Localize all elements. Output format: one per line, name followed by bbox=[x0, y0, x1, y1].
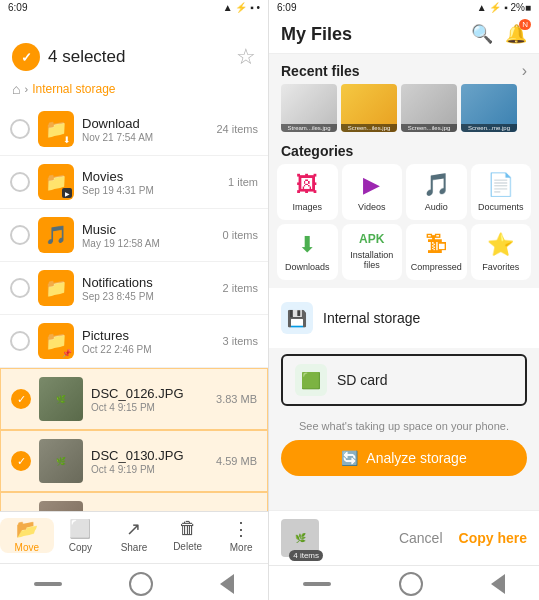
folder-info-download: Download Nov 21 7:54 AM bbox=[82, 116, 208, 143]
analyze-storage-button[interactable]: 🔄 Analyze storage bbox=[281, 440, 527, 476]
video-badge-icon: ▶ bbox=[62, 188, 72, 198]
right-nav-menu-icon[interactable] bbox=[303, 582, 331, 586]
category-videos[interactable]: ▶ Videos bbox=[342, 164, 403, 220]
nav-back-icon[interactable] bbox=[220, 574, 234, 594]
videos-icon: ▶ bbox=[363, 172, 380, 198]
nav-home-icon[interactable] bbox=[129, 572, 153, 596]
analyze-storage-label: Analyze storage bbox=[366, 450, 466, 466]
check-movies[interactable] bbox=[10, 172, 30, 192]
check-dsc0130[interactable]: ✓ bbox=[11, 451, 31, 471]
folder-meta-pictures: Oct 22 2:46 PM bbox=[82, 344, 215, 355]
copy-button[interactable]: ⬜ Copy bbox=[54, 518, 108, 553]
star-icon[interactable]: ☆ bbox=[236, 44, 256, 70]
copy-here-button[interactable]: Copy here bbox=[459, 530, 527, 546]
audio-label: Audio bbox=[425, 202, 448, 212]
pin-icon: 📌 bbox=[62, 349, 72, 358]
delete-icon: 🗑 bbox=[179, 518, 197, 539]
recent-thumb-1[interactable]: Stream...iles.jpg bbox=[281, 84, 337, 132]
folder-item-pictures[interactable]: 📁📌 Pictures Oct 22 2:46 PM 3 items bbox=[0, 315, 268, 368]
photo-item-dsc0130[interactable]: ✓ 🌿 DSC_0130.JPG Oct 4 9:19 PM 4.59 MB bbox=[0, 430, 268, 492]
right-header-icons: 🔍 🔔 N bbox=[471, 23, 527, 45]
folder-count-pictures: 3 items bbox=[223, 335, 258, 347]
right-content: Recent files › Stream...iles.jpg Screen.… bbox=[269, 54, 539, 510]
recent-thumb-2[interactable]: Screen...iles.jpg bbox=[341, 84, 397, 132]
category-installation-files[interactable]: APK Installation files bbox=[342, 224, 403, 280]
check-dsc0126[interactable]: ✓ bbox=[11, 389, 31, 409]
left-status-icons: ▲ ⚡ ▪ • bbox=[223, 2, 260, 13]
copy-icon: ⬜ bbox=[69, 518, 91, 540]
photo-name-dsc0126: DSC_0126.JPG bbox=[91, 386, 208, 401]
selected-count-row: ✓ 4 selected bbox=[12, 43, 126, 71]
breadcrumb-chevron: › bbox=[24, 83, 28, 95]
check-notifications[interactable] bbox=[10, 278, 30, 298]
photo-item-dsc0126[interactable]: ✓ 🌿 DSC_0126.JPG Oct 4 9:15 PM 3.83 MB bbox=[0, 368, 268, 430]
nav-menu-icon[interactable] bbox=[34, 582, 62, 586]
category-compressed[interactable]: 🗜 Compressed bbox=[406, 224, 467, 280]
right-nav-back-icon[interactable] bbox=[491, 574, 505, 594]
folder-count-movies: 1 item bbox=[228, 176, 258, 188]
left-status-bar: 6:09 ▲ ⚡ ▪ • bbox=[0, 0, 268, 15]
photo-name-dsc0130: DSC_0130.JPG bbox=[91, 448, 208, 463]
folder-icon-pictures: 📁📌 bbox=[38, 323, 74, 359]
sd-card-label: SD card bbox=[337, 372, 388, 388]
folder-info-pictures: Pictures Oct 22 2:46 PM bbox=[82, 328, 215, 355]
folder-icon-movies: 📁▶ bbox=[38, 164, 74, 200]
folder-item-download[interactable]: 📁⬇ Download Nov 21 7:54 AM 24 items bbox=[0, 103, 268, 156]
check-music[interactable] bbox=[10, 225, 30, 245]
category-audio[interactable]: 🎵 Audio bbox=[406, 164, 467, 220]
internal-storage-item[interactable]: 💾 Internal storage bbox=[281, 296, 527, 340]
photo-item-dsc0131[interactable]: ✓ 🌿 DSC_0131.JPG Oct 4 9:19 PM 4.55 MB bbox=[0, 492, 268, 511]
analyze-hint: See what's taking up space on your phone… bbox=[269, 412, 539, 436]
share-icon: ↗ bbox=[126, 518, 141, 540]
select-all-button[interactable]: ✓ bbox=[12, 43, 40, 71]
photo-info-dsc0130: DSC_0130.JPG Oct 4 9:19 PM bbox=[91, 448, 208, 475]
recent-thumb-4[interactable]: Screen...me.jpg bbox=[461, 84, 517, 132]
folder-item-notifications[interactable]: 📁 Notifications Sep 23 8:45 PM 2 items bbox=[0, 262, 268, 315]
share-button[interactable]: ↗ Share bbox=[107, 518, 161, 553]
right-header: My Files 🔍 🔔 N bbox=[269, 15, 539, 54]
move-button[interactable]: 📂 Move bbox=[0, 518, 54, 553]
category-images[interactable]: 🖼 Images bbox=[277, 164, 338, 220]
right-title: My Files bbox=[281, 24, 352, 45]
folder-count-notifications: 2 items bbox=[223, 282, 258, 294]
apk-icon: APK bbox=[359, 232, 384, 246]
folder-count-music: 0 items bbox=[223, 229, 258, 241]
photo-size-dsc0126: 3.83 MB bbox=[216, 393, 257, 405]
category-favorites[interactable]: ⭐ Favorites bbox=[471, 224, 532, 280]
right-time: 6:09 bbox=[277, 2, 296, 13]
favorites-icon: ⭐ bbox=[487, 232, 514, 258]
delete-button[interactable]: 🗑 Delete bbox=[161, 518, 215, 553]
recent-files-chevron[interactable]: › bbox=[522, 62, 527, 80]
home-icon[interactable]: ⌂ bbox=[12, 81, 20, 97]
more-button[interactable]: ⋮ More bbox=[214, 518, 268, 553]
search-icon[interactable]: 🔍 bbox=[471, 23, 493, 45]
right-panel: 6:09 ▲ ⚡ ▪ 2%■ My Files 🔍 🔔 N Recent fil… bbox=[269, 0, 539, 600]
sd-card-icon: 🟩 bbox=[295, 364, 327, 396]
photo-meta-dsc0130: Oct 4 9:19 PM bbox=[91, 464, 208, 475]
documents-label: Documents bbox=[478, 202, 524, 212]
folder-item-music[interactable]: 🎵 Music May 19 12:58 AM 0 items bbox=[0, 209, 268, 262]
images-icon: 🖼 bbox=[296, 172, 318, 198]
cancel-button[interactable]: Cancel bbox=[399, 530, 443, 546]
check-pictures[interactable] bbox=[10, 331, 30, 351]
right-nav-home-icon[interactable] bbox=[399, 572, 423, 596]
folder-item-movies[interactable]: 📁▶ Movies Sep 19 4:31 PM 1 item bbox=[0, 156, 268, 209]
more-icon: ⋮ bbox=[232, 518, 250, 540]
recent-thumb-3[interactable]: Screen...iles.jpg bbox=[401, 84, 457, 132]
recent-label-3: Screen...iles.jpg bbox=[401, 124, 457, 132]
right-bottom-nav bbox=[269, 565, 539, 600]
breadcrumb-storage[interactable]: Internal storage bbox=[32, 82, 115, 96]
left-header: ✓ 4 selected ☆ bbox=[0, 33, 268, 77]
category-downloads[interactable]: ⬇ Downloads bbox=[277, 224, 338, 280]
folder-name-music: Music bbox=[82, 222, 215, 237]
category-documents[interactable]: 📄 Documents bbox=[471, 164, 532, 220]
notifications-icon[interactable]: 🔔 N bbox=[505, 23, 527, 45]
check-download[interactable] bbox=[10, 119, 30, 139]
videos-label: Videos bbox=[358, 202, 385, 212]
photo-thumb-dsc0126: 🌿 bbox=[39, 377, 83, 421]
recent-label-4: Screen...me.jpg bbox=[461, 124, 517, 132]
internal-storage-icon: 💾 bbox=[281, 302, 313, 334]
folder-icon-download: 📁⬇ bbox=[38, 111, 74, 147]
sd-card-row[interactable]: 🟩 SD card bbox=[281, 354, 527, 406]
move-icon: 📂 bbox=[16, 518, 38, 540]
